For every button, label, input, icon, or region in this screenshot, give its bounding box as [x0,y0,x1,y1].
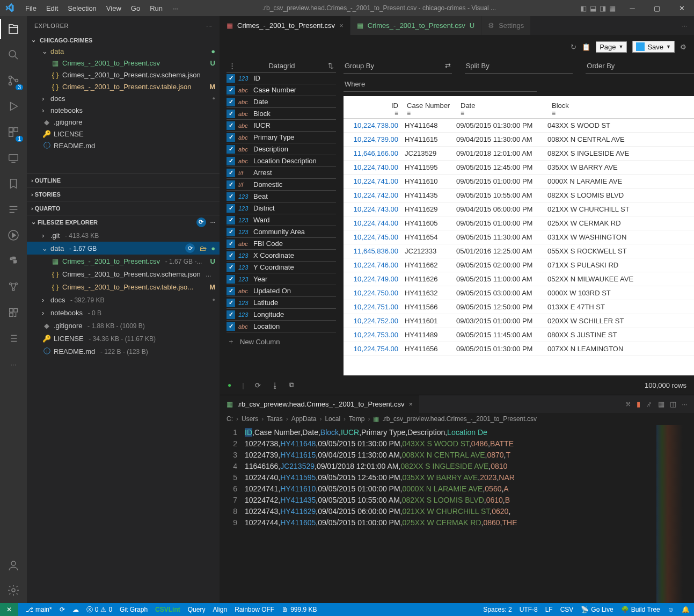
file-license[interactable]: 🔑LICENSE [27,128,220,140]
column-toggle[interactable]: ✓123Y Coordinate [227,262,336,273]
checkbox-icon[interactable]: ✓ [227,98,235,106]
sort-icon[interactable]: ⇅ [328,62,334,70]
column-toggle[interactable]: ✓abcBlock [227,108,336,120]
table-row[interactable]: 10,224,739.00HY41161509/04/2015 11:30:00… [344,133,694,147]
checkbox-icon[interactable]: ✓ [227,251,235,260]
save-dropdown[interactable]: Save▼ [632,41,675,53]
accounts-icon[interactable] [6,558,21,573]
layout-panel-bottom-icon[interactable]: ⬓ [590,4,596,12]
new-column-button[interactable]: ＋New Column [227,332,336,351]
column-toggle[interactable]: ✓abcLocation Description [227,155,336,167]
refresh-icon[interactable]: ⟳ [196,218,206,227]
clipboard-icon[interactable]: 📋 [582,43,590,51]
sync-icon[interactable]: ⟳ [60,606,65,613]
menu-selection[interactable]: Selection [63,2,100,15]
cloud-icon[interactable]: ☁ [72,606,79,613]
checkbox-icon[interactable]: ✓ [227,133,235,142]
page-dropdown[interactable]: Page▼ [596,41,627,53]
checkbox-icon[interactable]: ✓ [227,74,235,83]
split-by-input[interactable]: Split By [465,59,573,74]
folder-data[interactable]: ⌄data● [27,45,220,57]
folder-notebooks[interactable]: ›notebooks [27,104,220,116]
checkbox-icon[interactable]: ✓ [227,299,235,307]
checkbox-icon[interactable]: ✓ [227,322,235,331]
checkbox-icon[interactable]: ✓ [227,86,235,95]
menu-edit[interactable]: Edit [42,2,62,15]
outline-section[interactable]: › OUTLINE [27,173,220,187]
folder-docs[interactable]: ›docs [27,92,220,104]
file-readme[interactable]: ⓘREADME.md [27,140,220,151]
table-row[interactable]: 10,224,752.00HY41160109/03/2015 01:00:00… [344,314,694,328]
table-row[interactable]: 10,224,738.00HY41164809/05/2015 01:30:00… [344,119,694,133]
indent[interactable]: Spaces: 2 [483,606,512,613]
table-row[interactable]: 10,224,751.00HY41156609/05/2015 12:50:00… [344,300,694,314]
bell-icon[interactable]: 🔔 [682,606,690,613]
checkbox-icon[interactable]: ✓ [227,240,235,248]
build-tree[interactable]: 🌳 Build Tree [621,606,660,613]
layout-sidebar-right-icon[interactable]: ◨ [600,4,606,12]
close-window-button[interactable]: ✕ [669,0,694,16]
column-select-icon[interactable]: ▮ [637,400,640,408]
activity-puzzle-icon[interactable] [6,305,21,320]
file-gitignore[interactable]: ◆.gitignore [27,116,220,128]
table-row[interactable]: 10,224,741.00HY41161009/05/2015 01:00:00… [344,175,694,189]
table-row[interactable]: 11,646,166.00JC21352909/01/2018 12:01:00… [344,147,694,161]
compare-icon[interactable]: ⤱ [625,400,631,408]
column-toggle[interactable]: ✓123Community Area [227,226,336,238]
minimap[interactable] [656,425,694,603]
maximize-button[interactable]: ▢ [645,0,669,16]
copy-icon[interactable]: ⧉ [289,381,294,389]
explorer-more-icon[interactable]: ··· [206,23,212,29]
tab-csv-preview[interactable]: ▦Crimes_-_2001_to_Present.csv× [220,16,350,35]
language-mode[interactable]: CSV [560,606,574,613]
checkbox-icon[interactable]: ✓ [227,310,235,319]
git-graph[interactable]: Git Graph [120,606,148,613]
checkbox-icon[interactable]: ✓ [227,192,235,201]
tabs-more-icon[interactable]: ··· [675,16,694,35]
column-toggle[interactable]: ✓123X Coordinate [227,250,336,262]
table-row[interactable]: 10,224,753.00HY41148909/05/2015 11:45:00… [344,328,694,342]
minimize-button[interactable]: ─ [620,0,645,16]
filesize-section[interactable]: ⌄ FILESIZE EXPLORER ⟳ ··· [27,215,220,229]
file-size[interactable]: 🗎 999.9 KB [282,606,317,613]
order-by-input[interactable]: Order By [586,59,694,74]
column-toggle[interactable]: ✓123Beat [227,191,336,202]
table-row[interactable]: 10,224,743.00HY41162909/04/2015 06:00:00… [344,202,694,216]
eol[interactable]: LF [545,606,553,613]
checkbox-icon[interactable]: ✓ [227,110,235,118]
data-grid[interactable]: ID≡ Case Number≡ Date≡ Block≡ 10,224,738… [344,96,694,375]
tab-settings[interactable]: ⚙Settings [481,16,531,35]
swap-icon[interactable]: ⇄ [445,62,451,70]
stories-section[interactable]: › STORIES [27,187,220,201]
tab-temp-csv[interactable]: ▦.rb_csv_preview.head.Crimes_-_2001_to_P… [220,395,420,413]
menu-go[interactable]: Go [127,2,144,15]
group-by-input[interactable]: Group By⇄ [344,59,452,74]
split-right-icon[interactable]: ◫ [670,400,676,408]
menu-file[interactable]: File [21,2,41,15]
column-toggle[interactable]: ✓123Ward [227,214,336,226]
fs-notebooks[interactable]: ›notebooks - 0 B [27,306,220,319]
file-table-json[interactable]: { }Crimes_-_2001_to_Present.csv.table.js… [27,81,220,92]
where-input[interactable]: Where [344,77,537,92]
refresh-icon[interactable]: ⟳ [185,243,195,253]
column-toggle[interactable]: ✓t/fArrest [227,167,336,179]
checkbox-icon[interactable]: ✓ [227,169,235,177]
file-csv[interactable]: ▦Crimes_-_2001_to_Present.csvU [27,57,220,69]
checkbox-icon[interactable]: ✓ [227,121,235,130]
activity-list-icon[interactable] [6,331,21,346]
go-live[interactable]: 📡 Go Live [581,606,613,613]
table-row[interactable]: 10,224,744.00HY41160509/05/2015 01:00:00… [344,216,694,230]
gear-icon[interactable]: ⚙ [680,43,686,51]
activity-extensions-icon[interactable]: 1 [6,125,21,140]
column-toggle[interactable]: ✓abcCase Number [227,84,336,96]
table-view-icon[interactable]: ▦ [658,400,664,408]
menu-run[interactable]: Run [145,2,167,15]
checkbox-icon[interactable]: ✓ [227,287,235,295]
fs-git[interactable]: ›.git - 413.43 KB [27,229,220,242]
table-row[interactable]: 10,224,746.00HY41166209/05/2015 02:00:00… [344,258,694,272]
column-toggle[interactable]: ✓abcDate [227,96,336,108]
column-toggle[interactable]: ✓abcUpdated On [227,285,336,297]
column-toggle[interactable]: ✓abcPrimary Type [227,132,336,143]
table-row[interactable]: 10,224,754.00HY41165609/05/2015 01:30:00… [344,342,694,356]
activity-search-icon[interactable] [6,47,21,62]
